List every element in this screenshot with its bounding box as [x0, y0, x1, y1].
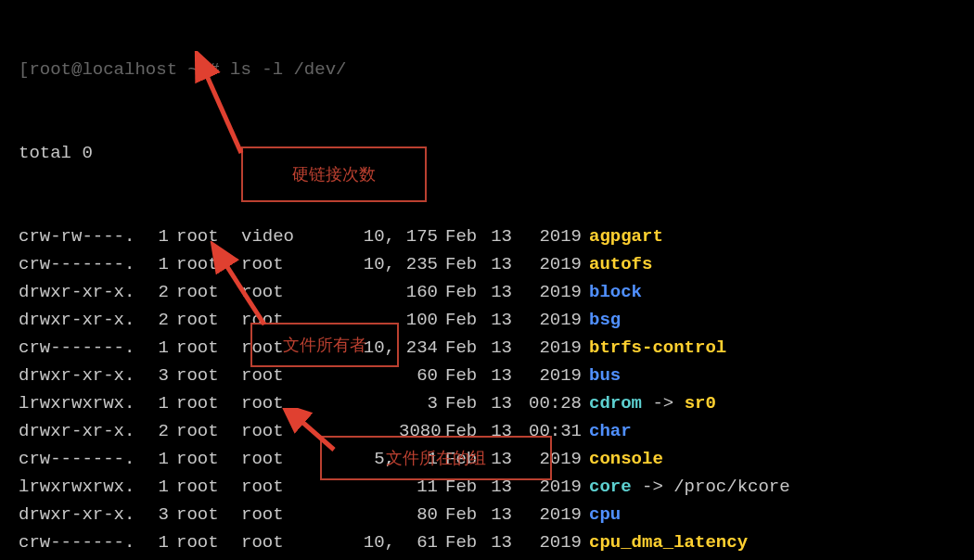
file-group: video — [241, 223, 325, 250]
file-name: bsg — [589, 306, 621, 334]
file-group: root — [241, 417, 325, 445]
table-row: crw-------.1rootroot10,62Feb132019crash — [19, 556, 955, 560]
file-day: 13 — [487, 556, 519, 560]
file-links-count: 2 — [148, 417, 176, 445]
file-time: 2019 — [519, 250, 589, 278]
symlink-arrow: -> — [632, 473, 674, 501]
file-owner: root — [176, 556, 241, 560]
file-name: core — [589, 473, 632, 501]
file-time: 2019 — [519, 334, 589, 362]
file-size-major — [325, 389, 399, 417]
file-links-count: 1 — [148, 250, 176, 278]
file-month: Feb — [445, 501, 487, 528]
file-size-major — [325, 473, 399, 501]
file-day: 13 — [487, 223, 519, 250]
file-size-minor: 234 — [399, 334, 445, 362]
file-links-count: 1 — [148, 334, 176, 362]
file-name: cpu — [589, 501, 621, 528]
file-day: 13 — [487, 389, 519, 417]
file-permissions: crw-------. — [19, 528, 148, 556]
file-permissions: drwxr-xr-x. — [19, 362, 148, 389]
file-day: 13 — [487, 417, 519, 445]
file-name: agpgart — [589, 223, 663, 250]
file-time: 2019 — [519, 501, 589, 528]
table-row: drwxr-xr-x.2rootroot160Feb132019block — [19, 278, 955, 306]
file-permissions: crw-------. — [19, 334, 148, 362]
file-permissions: drwxr-xr-x. — [19, 501, 148, 528]
file-month: Feb — [445, 445, 487, 473]
file-group: root — [241, 334, 325, 362]
file-time: 2019 — [519, 528, 589, 556]
symlink-target: /proc/kcore — [673, 473, 789, 501]
file-name: bus — [589, 362, 621, 389]
table-row: lrwxrwxrwx.1rootroot3Feb1300:28cdrom -> … — [19, 389, 955, 417]
file-owner: root — [176, 417, 241, 445]
table-row: crw-------.1rootroot10,234Feb132019btrfs… — [19, 334, 955, 362]
file-name: cdrom — [589, 389, 642, 417]
file-group: root — [241, 473, 325, 501]
table-row: crw-------.1rootroot5,1Feb132019console — [19, 445, 955, 473]
file-size-minor: 160 — [399, 278, 445, 306]
file-size-minor: 62 — [399, 556, 445, 560]
file-day: 13 — [487, 306, 519, 334]
file-group: root — [241, 556, 325, 560]
file-group: root — [241, 501, 325, 528]
file-size-minor: 80 — [399, 501, 445, 528]
file-permissions: lrwxrwxrwx. — [19, 473, 148, 501]
file-size-minor: 3 — [399, 389, 445, 417]
file-day: 13 — [487, 473, 519, 501]
file-links-count: 2 — [148, 306, 176, 334]
file-group: root — [241, 528, 325, 556]
file-name: console — [589, 445, 663, 473]
file-size-major: 5, — [325, 445, 399, 473]
file-group: root — [241, 389, 325, 417]
file-owner: root — [176, 473, 241, 501]
total-line: total 0 — [19, 139, 955, 167]
file-time: 00:28 — [519, 389, 589, 417]
table-row: drwxr-xr-x.3rootroot60Feb132019bus — [19, 362, 955, 389]
file-size-minor: 60 — [399, 362, 445, 389]
file-owner: root — [176, 306, 241, 334]
file-list: crw-rw----.1rootvideo10,175Feb132019agpg… — [19, 223, 955, 560]
file-permissions: drwxr-xr-x. — [19, 306, 148, 334]
terminal-output: [root@localhost ~]# ls -l /dev/ total 0 … — [19, 0, 955, 560]
file-month: Feb — [445, 556, 487, 560]
file-permissions: crw-rw----. — [19, 223, 148, 250]
file-month: Feb — [445, 278, 487, 306]
prompt-line: [root@localhost ~]# ls -l /dev/ — [19, 56, 955, 83]
file-time: 2019 — [519, 362, 589, 389]
file-day: 13 — [487, 334, 519, 362]
file-links-count: 3 — [148, 501, 176, 528]
file-size-major — [325, 362, 399, 389]
file-month: Feb — [445, 417, 487, 445]
table-row: crw-rw----.1rootvideo10,175Feb132019agpg… — [19, 223, 955, 250]
file-time: 2019 — [519, 223, 589, 250]
file-owner: root — [176, 334, 241, 362]
file-owner: root — [176, 250, 241, 278]
file-size-major — [325, 501, 399, 528]
file-permissions: drwxr-xr-x. — [19, 278, 148, 306]
file-size-major — [325, 278, 399, 306]
file-size-major: 10, — [325, 250, 399, 278]
file-month: Feb — [445, 473, 487, 501]
file-name: block — [589, 278, 642, 306]
file-size-major: 10, — [325, 556, 399, 560]
file-size-minor: 100 — [399, 306, 445, 334]
file-name: crash — [589, 556, 642, 560]
file-month: Feb — [445, 223, 487, 250]
file-size-major — [325, 306, 399, 334]
file-size-major: 10, — [325, 334, 399, 362]
file-size-minor: 3080 — [399, 417, 445, 445]
file-month: Feb — [445, 362, 487, 389]
file-size-major: 10, — [325, 223, 399, 250]
file-owner: root — [176, 501, 241, 528]
file-day: 13 — [487, 445, 519, 473]
file-links-count: 1 — [148, 445, 176, 473]
file-time: 2019 — [519, 306, 589, 334]
file-name: autofs — [589, 250, 652, 278]
file-owner: root — [176, 223, 241, 250]
file-name: char — [589, 417, 632, 445]
file-time: 00:31 — [519, 417, 589, 445]
file-group: root — [241, 306, 325, 334]
file-size-minor: 175 — [399, 223, 445, 250]
